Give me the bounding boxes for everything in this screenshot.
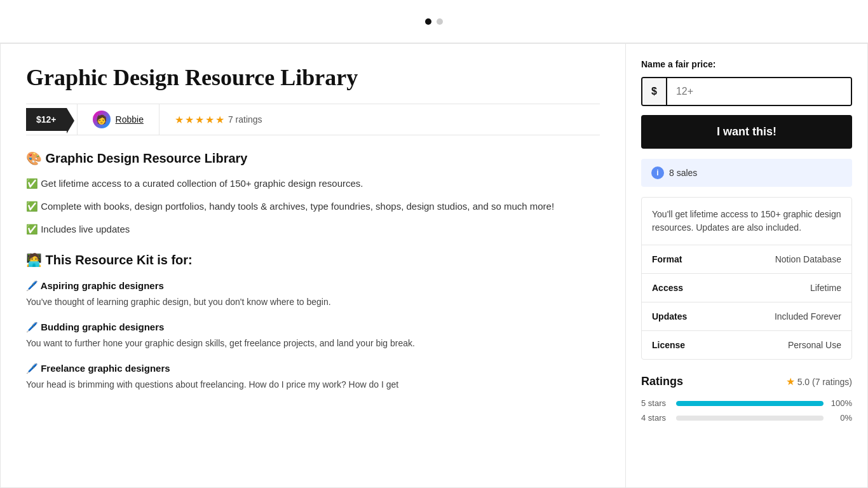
main-content: Graphic Design Resource Library $12+ 🧑 R… <box>1 44 626 487</box>
updates-label: Updates <box>652 311 687 322</box>
bar-percent-5: 100% <box>830 398 852 408</box>
creator-avatar: 🧑 <box>93 111 111 128</box>
pagination-dots <box>425 18 443 25</box>
pencil-icon-3: 🖊️ <box>26 363 41 374</box>
detail-row-license: License Personal Use <box>642 331 851 359</box>
description-section: 🎨 Graphic Design Resource Library ✅ Get … <box>26 151 600 237</box>
kit-item-2: 🖊️ Budding graphic designers You want to… <box>26 322 600 350</box>
pencil-icon-1: 🖊️ <box>26 280 41 291</box>
bar-fill-5 <box>676 401 824 406</box>
kit-item-2-desc: You want to further hone your graphic de… <box>26 337 600 350</box>
price-badge: $12+ <box>26 108 67 131</box>
star-4: ★ <box>205 114 214 126</box>
product-description-text: You'll get lifetime access to 150+ graph… <box>642 198 851 245</box>
ratings-header: Ratings ★ 5.0 (7 ratings) <box>641 375 852 388</box>
sales-count: 8 sales <box>669 168 697 178</box>
kit-item-3: 🖊️ Freelance graphic designers Your head… <box>26 363 600 391</box>
kit-item-1-desc: You've thought of learning graphic desig… <box>26 295 600 309</box>
format-label: Format <box>652 254 682 264</box>
kit-item-3-title: 🖊️ Freelance graphic designers <box>26 363 600 374</box>
sales-badge: i 8 sales <box>641 159 852 187</box>
page-container: Graphic Design Resource Library $12+ 🧑 R… <box>0 43 868 488</box>
currency-symbol: $ <box>642 78 667 105</box>
rating-bar-4: 4 stars 0% <box>641 413 852 423</box>
price-label: Name a fair price: <box>641 59 852 69</box>
ratings-meta: ★ ★ ★ ★ ★ 7 ratings <box>159 107 278 132</box>
access-label: Access <box>652 283 683 293</box>
creator-name[interactable]: Robbie <box>116 114 144 125</box>
creator-info: 🧑 Robbie <box>77 104 159 135</box>
price-input[interactable] <box>667 78 851 105</box>
library-heading: 🎨 Graphic Design Resource Library <box>26 151 600 166</box>
pencil-icon-2: 🖊️ <box>26 322 41 332</box>
product-title: Graphic Design Resource Library <box>26 64 600 91</box>
product-meta-bar: $12+ 🧑 Robbie ★ ★ ★ ★ ★ 7 ratings <box>26 104 600 135</box>
kit-item-1: 🖊️ Aspiring graphic designers You've tho… <box>26 280 600 309</box>
kit-heading: 🧑‍💻 This Resource Kit is for: <box>26 252 600 268</box>
desc-1: ✅ Get lifetime access to a curated colle… <box>26 176 600 191</box>
kit-item-3-desc: Your head is brimming with questions abo… <box>26 378 600 391</box>
kit-item-2-title: 🖊️ Budding graphic designers <box>26 322 600 333</box>
bar-container-5 <box>676 401 824 406</box>
star-3: ★ <box>195 114 204 126</box>
product-details-box: You'll get lifetime access to 150+ graph… <box>641 197 852 360</box>
sidebar: Name a fair price: $ I want this! i 8 sa… <box>626 44 867 487</box>
license-value: Personal Use <box>788 340 841 350</box>
star-1: ★ <box>175 114 184 126</box>
palette-emoji: 🎨 <box>26 151 42 165</box>
star-5: ★ <box>215 114 224 126</box>
rating-star-icon: ★ <box>786 376 795 388</box>
ratings-section: Ratings ★ 5.0 (7 ratings) 5 stars 100% 4… <box>641 375 852 423</box>
price-input-row: $ <box>641 77 852 106</box>
kit-item-1-title: 🖊️ Aspiring graphic designers <box>26 280 600 292</box>
detail-row-format: Format Notion Database <box>642 245 851 274</box>
ratings-summary: ★ 5.0 (7 ratings) <box>786 376 852 388</box>
dot-1 <box>425 18 431 25</box>
rating-bar-5: 5 stars 100% <box>641 398 852 408</box>
updates-value: Included Forever <box>775 311 841 322</box>
ratings-count: 7 ratings <box>228 114 262 125</box>
top-bar <box>0 0 868 43</box>
desc-2: ✅ Complete with books, design portfolios… <box>26 199 600 214</box>
bar-percent-4: 0% <box>830 413 852 423</box>
license-label: License <box>652 340 685 350</box>
ratings-summary-text: 5.0 (7 ratings) <box>797 377 852 387</box>
detail-row-updates: Updates Included Forever <box>642 302 851 331</box>
star-2: ★ <box>185 114 194 126</box>
price-badge-label: $12+ <box>36 114 57 125</box>
desc-3: ✅ Includes live updates <box>26 222 600 237</box>
detail-row-access: Access Lifetime <box>642 274 851 302</box>
stars-display: ★ ★ ★ ★ ★ <box>175 114 224 126</box>
ratings-title: Ratings <box>641 375 683 388</box>
dot-2 <box>437 18 443 25</box>
buy-button[interactable]: I want this! <box>641 115 852 149</box>
bar-label-5: 5 stars <box>641 398 670 408</box>
access-value: Lifetime <box>810 283 841 293</box>
info-icon: i <box>651 166 664 179</box>
bar-label-4: 4 stars <box>641 413 670 423</box>
bar-container-4 <box>676 416 824 421</box>
resource-kit-section: 🧑‍💻 This Resource Kit is for: 🖊️ Aspirin… <box>26 252 600 391</box>
format-value: Notion Database <box>775 254 841 264</box>
